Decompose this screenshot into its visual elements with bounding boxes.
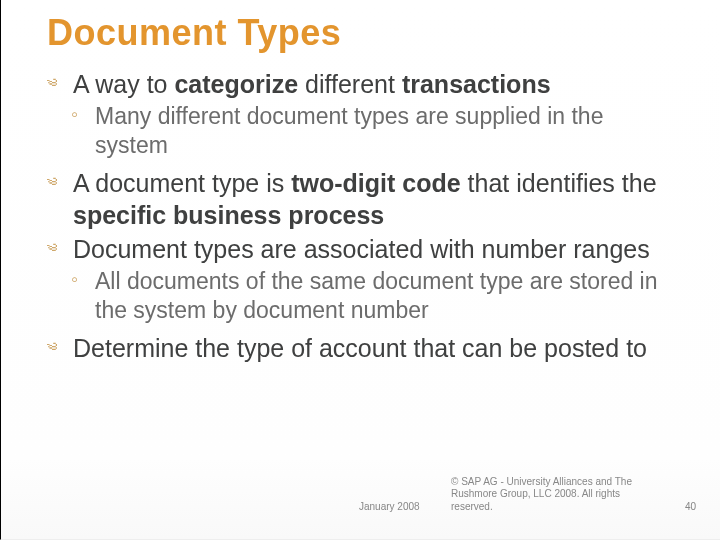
ring-icon: ◦ xyxy=(71,102,78,128)
text: Many different document types are suppli… xyxy=(95,103,603,158)
swirl-icon: ༄ xyxy=(47,72,57,98)
bold-text: specific business process xyxy=(73,201,384,229)
text: Document types are associated with numbe… xyxy=(73,235,650,263)
bold-text: categorize xyxy=(174,70,298,98)
swirl-icon: ༄ xyxy=(47,336,57,362)
swirl-icon: ༄ xyxy=(47,171,57,197)
text: different xyxy=(298,70,402,98)
footer-date: January 2008 xyxy=(359,501,420,514)
slide-content: ༄ A way to categorize different transact… xyxy=(47,68,682,364)
sub-bullet-1: ◦ Many different document types are supp… xyxy=(55,102,682,161)
text: A way to xyxy=(73,70,174,98)
slide: Document Types ༄ A way to categorize dif… xyxy=(0,0,720,540)
bullet-4: ༄ Determine the type of account that can… xyxy=(47,332,682,364)
footer-copyright: © SAP AG - University Alliances and The … xyxy=(451,476,651,514)
swirl-icon: ༄ xyxy=(47,237,57,263)
bold-text: transactions xyxy=(402,70,551,98)
text: that identifies the xyxy=(461,169,657,197)
bullet-1: ༄ A way to categorize different transact… xyxy=(47,68,682,100)
ring-icon: ◦ xyxy=(71,267,78,293)
page-number: 40 xyxy=(685,501,696,514)
text: Determine the type of account that can b… xyxy=(73,334,647,362)
text: All documents of the same document type … xyxy=(95,268,658,323)
sub-bullet-2: ◦ All documents of the same document typ… xyxy=(55,267,682,326)
bold-text: two-digit code xyxy=(291,169,460,197)
bullet-2: ༄ A document type is two-digit code that… xyxy=(47,167,682,231)
text: A document type is xyxy=(73,169,291,197)
bullet-3: ༄ Document types are associated with num… xyxy=(47,233,682,265)
slide-title: Document Types xyxy=(47,12,682,54)
